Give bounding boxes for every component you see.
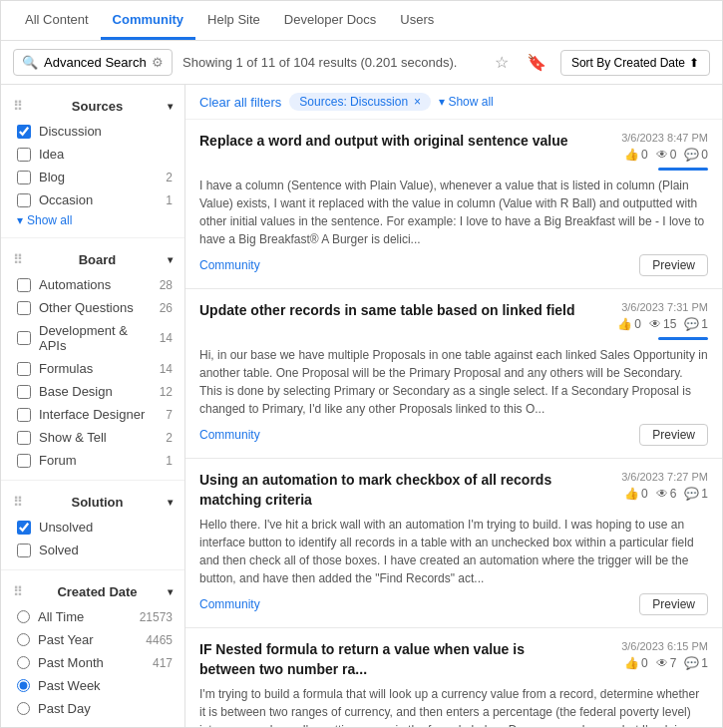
past-year-count: 4465 [146,633,173,647]
post-2-date: 3/6/2023 7:31 PM [621,301,708,313]
post-1-title[interactable]: Replace a word and output with original … [199,132,578,152]
past-month-count: 417 [153,656,173,670]
post-3-title[interactable]: Using an automation to mark checkbox of … [199,471,578,510]
idea-checkbox[interactable] [17,148,31,162]
post-2-preview-button[interactable]: Preview [639,424,708,446]
filter-tag-label: Sources: Discussion [299,95,408,109]
sidebar-item-past-week[interactable]: Past Week [1,674,184,697]
post-3-comments: 💬 1 [684,487,708,501]
search-input-wrap[interactable]: 🔍 ⚙ [13,49,173,76]
base-design-checkbox[interactable] [17,385,31,399]
sources-header[interactable]: ⠿ Sources ▾ [1,93,184,120]
post-1-likes: 👍 0 [624,148,648,162]
post-1-source[interactable]: Community [199,258,260,272]
clear-filters-link[interactable]: Clear all filters [199,95,281,110]
post-4-views: 👁 7 [656,656,677,670]
solved-label: Solved [39,543,173,557]
post-3-header: Using an automation to mark checkbox of … [199,471,708,510]
nav-users[interactable]: Users [388,2,446,40]
show-tell-checkbox[interactable] [17,431,31,445]
other-questions-label: Other Questions [39,300,152,315]
occasion-checkbox[interactable] [17,193,31,207]
past-month-radio[interactable] [17,656,30,669]
created-date-header[interactable]: ⠿ Created Date ▾ [1,578,184,605]
solution-header[interactable]: ⠿ Solution ▾ [1,489,184,516]
forum-checkbox[interactable] [17,454,31,468]
discussion-checkbox[interactable] [17,125,31,139]
post-3-views: 👁 6 [656,487,677,501]
sidebar-item-forum[interactable]: Forum 1 [1,449,184,472]
sidebar-item-other-questions[interactable]: Other Questions 26 [1,296,184,319]
sidebar-item-past-month[interactable]: Past Month 417 [1,651,184,674]
past-year-radio[interactable] [17,633,30,646]
nav-help-site[interactable]: Help Site [195,2,272,40]
sidebar-item-solved[interactable]: Solved [1,539,184,561]
drag-handle-date-icon: ⠿ [13,584,23,599]
sidebar-item-formulas[interactable]: Formulas 14 [1,357,184,380]
post-3-preview-button[interactable]: Preview [639,593,708,615]
formulas-checkbox[interactable] [17,362,31,376]
post-2-title[interactable]: Update other records in same table based… [199,301,578,321]
past-day-radio[interactable] [17,702,30,715]
post-4-stats: 👍 0 👁 7 💬 1 [624,656,708,670]
solved-checkbox[interactable] [17,544,31,557]
results-info: Showing 1 of 11 of 104 results (0.201 se… [182,55,481,70]
sidebar-item-blog[interactable]: Blog 2 [1,166,184,188]
sidebar-item-past-year[interactable]: Past Year 4465 [1,628,184,651]
post-4-likes: 👍 0 [624,656,648,670]
post-2-source[interactable]: Community [199,428,260,442]
nav-developer-docs[interactable]: Developer Docs [272,2,389,40]
bookmark-icon[interactable]: 🔖 [523,51,550,74]
board-header[interactable]: ⠿ Board ▾ [1,246,184,273]
post-2-body: Hi, in our base we have multiple Proposa… [199,346,708,418]
sidebar-item-show-tell[interactable]: Show & Tell 2 [1,426,184,449]
unsolved-checkbox[interactable] [17,521,31,535]
sidebar-item-past-day[interactable]: Past Day [1,697,184,720]
occasion-label: Occasion [39,192,158,207]
post-4-body: I'm trying to build a formula that will … [199,685,708,727]
nav-community[interactable]: Community [101,2,196,40]
sidebar-item-interface-designer[interactable]: Interface Designer 7 [1,403,184,426]
post-card-3: Using an automation to mark checkbox of … [185,459,722,628]
sidebar-item-automations[interactable]: Automations 28 [1,273,184,296]
post-2-header: Update other records in same table based… [199,301,708,340]
past-week-radio[interactable] [17,679,30,692]
past-week-label: Past Week [38,678,173,693]
post-4-date: 3/6/2023 6:15 PM [621,640,708,652]
search-input[interactable] [44,55,146,70]
post-4-title[interactable]: IF Nested formula to return a value when… [199,640,578,679]
filter-row: Clear all filters Sources: Discussion × … [185,85,722,120]
other-questions-checkbox[interactable] [17,301,31,315]
sidebar-item-all-time[interactable]: All Time 21573 [1,605,184,628]
sidebar-item-unsolved[interactable]: Unsolved [1,516,184,539]
filter-tag-close-icon[interactable]: × [414,95,421,109]
interface-designer-checkbox[interactable] [17,408,31,422]
automations-checkbox[interactable] [17,278,31,292]
sidebar-item-base-design[interactable]: Base Design 12 [1,380,184,403]
blog-label: Blog [39,170,158,184]
board-label: Board [79,252,117,267]
post-1-preview-button[interactable]: Preview [639,254,708,276]
base-design-label: Base Design [39,384,152,399]
dev-apis-checkbox[interactable] [17,331,31,345]
show-all-filters[interactable]: ▾ Show all [439,95,494,109]
post-3-source[interactable]: Community [199,597,260,611]
blog-checkbox[interactable] [17,171,31,184]
sidebar-item-occasion[interactable]: Occasion 1 [1,188,184,211]
all-time-radio[interactable] [17,610,30,623]
post-4-header: IF Nested formula to return a value when… [199,640,708,679]
show-all-sources[interactable]: ▾ Show all [1,211,184,229]
sidebar-item-dev-apis[interactable]: Development & APIs 14 [1,319,184,357]
chevron-down-board-icon: ▾ [168,254,173,265]
sidebar-item-discussion[interactable]: Discussion [1,120,184,143]
post-card-2: Update other records in same table based… [185,289,722,459]
dev-apis-label: Development & APIs [39,323,152,353]
post-2-likes: 👍 0 [617,317,641,331]
filter-icon: ⚙ [152,55,164,70]
sort-button[interactable]: Sort By Created Date ⬆ [560,50,710,76]
show-all-label: Show all [27,213,72,227]
nav-all-content[interactable]: All Content [13,2,101,40]
post-3-footer: Community Preview [199,593,708,615]
sidebar-item-idea[interactable]: Idea [1,143,184,166]
star-icon[interactable]: ☆ [491,51,513,74]
